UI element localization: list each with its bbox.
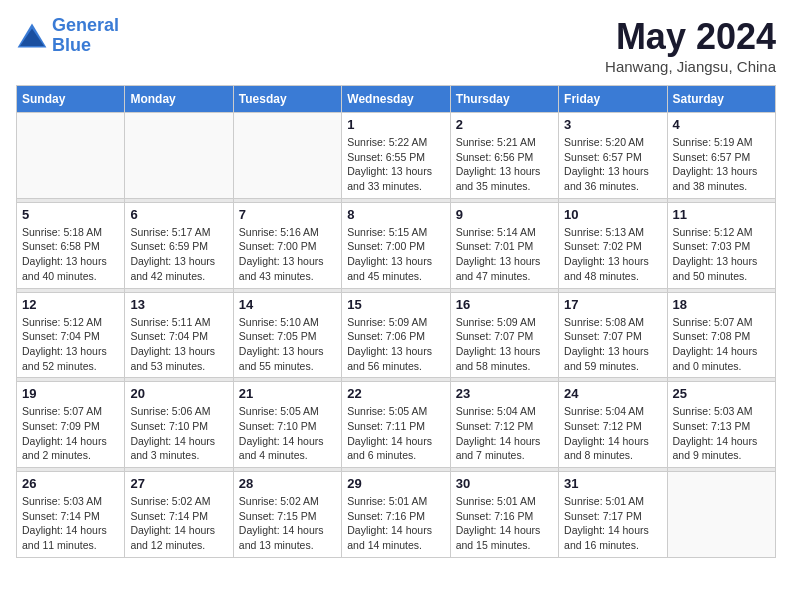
calendar-cell: 2Sunrise: 5:21 AMSunset: 6:56 PMDaylight…	[450, 113, 558, 199]
calendar-cell: 16Sunrise: 5:09 AMSunset: 7:07 PMDayligh…	[450, 292, 558, 378]
weekday-header: Tuesday	[233, 86, 341, 113]
logo-icon	[16, 22, 48, 50]
day-number: 18	[673, 297, 770, 312]
logo-text: General Blue	[52, 16, 119, 56]
calendar-cell	[667, 472, 775, 558]
day-number: 7	[239, 207, 336, 222]
calendar-cell: 19Sunrise: 5:07 AMSunset: 7:09 PMDayligh…	[17, 382, 125, 468]
day-number: 9	[456, 207, 553, 222]
weekday-header: Monday	[125, 86, 233, 113]
day-info: Sunrise: 5:14 AMSunset: 7:01 PMDaylight:…	[456, 225, 553, 284]
day-number: 29	[347, 476, 444, 491]
day-info: Sunrise: 5:17 AMSunset: 6:59 PMDaylight:…	[130, 225, 227, 284]
day-number: 15	[347, 297, 444, 312]
calendar-cell: 30Sunrise: 5:01 AMSunset: 7:16 PMDayligh…	[450, 472, 558, 558]
calendar-cell: 1Sunrise: 5:22 AMSunset: 6:55 PMDaylight…	[342, 113, 450, 199]
location-label: Hanwang, Jiangsu, China	[605, 58, 776, 75]
day-number: 13	[130, 297, 227, 312]
page-header: General Blue May 2024 Hanwang, Jiangsu, …	[16, 16, 776, 75]
day-info: Sunrise: 5:20 AMSunset: 6:57 PMDaylight:…	[564, 135, 661, 194]
calendar-cell: 22Sunrise: 5:05 AMSunset: 7:11 PMDayligh…	[342, 382, 450, 468]
day-info: Sunrise: 5:16 AMSunset: 7:00 PMDaylight:…	[239, 225, 336, 284]
calendar-table: SundayMondayTuesdayWednesdayThursdayFrid…	[16, 85, 776, 558]
weekday-header: Sunday	[17, 86, 125, 113]
calendar-cell: 11Sunrise: 5:12 AMSunset: 7:03 PMDayligh…	[667, 202, 775, 288]
calendar-week-row: 5Sunrise: 5:18 AMSunset: 6:58 PMDaylight…	[17, 202, 776, 288]
day-number: 26	[22, 476, 119, 491]
day-info: Sunrise: 5:01 AMSunset: 7:16 PMDaylight:…	[456, 494, 553, 553]
day-number: 1	[347, 117, 444, 132]
day-info: Sunrise: 5:19 AMSunset: 6:57 PMDaylight:…	[673, 135, 770, 194]
day-info: Sunrise: 5:05 AMSunset: 7:11 PMDaylight:…	[347, 404, 444, 463]
day-info: Sunrise: 5:13 AMSunset: 7:02 PMDaylight:…	[564, 225, 661, 284]
day-info: Sunrise: 5:09 AMSunset: 7:06 PMDaylight:…	[347, 315, 444, 374]
day-number: 17	[564, 297, 661, 312]
day-info: Sunrise: 5:01 AMSunset: 7:17 PMDaylight:…	[564, 494, 661, 553]
day-number: 27	[130, 476, 227, 491]
day-number: 6	[130, 207, 227, 222]
calendar-cell: 18Sunrise: 5:07 AMSunset: 7:08 PMDayligh…	[667, 292, 775, 378]
calendar-cell: 26Sunrise: 5:03 AMSunset: 7:14 PMDayligh…	[17, 472, 125, 558]
day-number: 16	[456, 297, 553, 312]
calendar-week-row: 12Sunrise: 5:12 AMSunset: 7:04 PMDayligh…	[17, 292, 776, 378]
day-number: 10	[564, 207, 661, 222]
calendar-cell: 13Sunrise: 5:11 AMSunset: 7:04 PMDayligh…	[125, 292, 233, 378]
calendar-cell: 15Sunrise: 5:09 AMSunset: 7:06 PMDayligh…	[342, 292, 450, 378]
day-number: 5	[22, 207, 119, 222]
day-info: Sunrise: 5:08 AMSunset: 7:07 PMDaylight:…	[564, 315, 661, 374]
day-number: 24	[564, 386, 661, 401]
day-info: Sunrise: 5:18 AMSunset: 6:58 PMDaylight:…	[22, 225, 119, 284]
calendar-cell: 10Sunrise: 5:13 AMSunset: 7:02 PMDayligh…	[559, 202, 667, 288]
calendar-cell: 9Sunrise: 5:14 AMSunset: 7:01 PMDaylight…	[450, 202, 558, 288]
day-info: Sunrise: 5:11 AMSunset: 7:04 PMDaylight:…	[130, 315, 227, 374]
calendar-cell: 14Sunrise: 5:10 AMSunset: 7:05 PMDayligh…	[233, 292, 341, 378]
day-number: 23	[456, 386, 553, 401]
day-info: Sunrise: 5:22 AMSunset: 6:55 PMDaylight:…	[347, 135, 444, 194]
day-info: Sunrise: 5:09 AMSunset: 7:07 PMDaylight:…	[456, 315, 553, 374]
calendar-week-row: 26Sunrise: 5:03 AMSunset: 7:14 PMDayligh…	[17, 472, 776, 558]
day-info: Sunrise: 5:12 AMSunset: 7:03 PMDaylight:…	[673, 225, 770, 284]
day-number: 4	[673, 117, 770, 132]
day-info: Sunrise: 5:02 AMSunset: 7:15 PMDaylight:…	[239, 494, 336, 553]
weekday-header: Thursday	[450, 86, 558, 113]
day-number: 11	[673, 207, 770, 222]
calendar-cell: 20Sunrise: 5:06 AMSunset: 7:10 PMDayligh…	[125, 382, 233, 468]
weekday-header: Saturday	[667, 86, 775, 113]
weekday-header-row: SundayMondayTuesdayWednesdayThursdayFrid…	[17, 86, 776, 113]
day-info: Sunrise: 5:15 AMSunset: 7:00 PMDaylight:…	[347, 225, 444, 284]
month-year-title: May 2024	[605, 16, 776, 58]
day-info: Sunrise: 5:04 AMSunset: 7:12 PMDaylight:…	[456, 404, 553, 463]
logo-general: General	[52, 15, 119, 35]
title-block: May 2024 Hanwang, Jiangsu, China	[605, 16, 776, 75]
calendar-cell: 17Sunrise: 5:08 AMSunset: 7:07 PMDayligh…	[559, 292, 667, 378]
day-info: Sunrise: 5:04 AMSunset: 7:12 PMDaylight:…	[564, 404, 661, 463]
svg-marker-1	[20, 28, 44, 46]
calendar-cell: 7Sunrise: 5:16 AMSunset: 7:00 PMDaylight…	[233, 202, 341, 288]
day-info: Sunrise: 5:10 AMSunset: 7:05 PMDaylight:…	[239, 315, 336, 374]
calendar-cell: 23Sunrise: 5:04 AMSunset: 7:12 PMDayligh…	[450, 382, 558, 468]
day-info: Sunrise: 5:06 AMSunset: 7:10 PMDaylight:…	[130, 404, 227, 463]
day-number: 25	[673, 386, 770, 401]
calendar-cell	[17, 113, 125, 199]
calendar-cell: 5Sunrise: 5:18 AMSunset: 6:58 PMDaylight…	[17, 202, 125, 288]
day-number: 8	[347, 207, 444, 222]
calendar-cell: 27Sunrise: 5:02 AMSunset: 7:14 PMDayligh…	[125, 472, 233, 558]
day-info: Sunrise: 5:12 AMSunset: 7:04 PMDaylight:…	[22, 315, 119, 374]
calendar-cell: 28Sunrise: 5:02 AMSunset: 7:15 PMDayligh…	[233, 472, 341, 558]
calendar-week-row: 1Sunrise: 5:22 AMSunset: 6:55 PMDaylight…	[17, 113, 776, 199]
day-number: 28	[239, 476, 336, 491]
calendar-cell: 6Sunrise: 5:17 AMSunset: 6:59 PMDaylight…	[125, 202, 233, 288]
calendar-cell: 29Sunrise: 5:01 AMSunset: 7:16 PMDayligh…	[342, 472, 450, 558]
day-info: Sunrise: 5:05 AMSunset: 7:10 PMDaylight:…	[239, 404, 336, 463]
day-info: Sunrise: 5:07 AMSunset: 7:08 PMDaylight:…	[673, 315, 770, 374]
day-info: Sunrise: 5:02 AMSunset: 7:14 PMDaylight:…	[130, 494, 227, 553]
calendar-cell: 31Sunrise: 5:01 AMSunset: 7:17 PMDayligh…	[559, 472, 667, 558]
weekday-header: Friday	[559, 86, 667, 113]
weekday-header: Wednesday	[342, 86, 450, 113]
day-number: 22	[347, 386, 444, 401]
calendar-week-row: 19Sunrise: 5:07 AMSunset: 7:09 PMDayligh…	[17, 382, 776, 468]
day-info: Sunrise: 5:03 AMSunset: 7:13 PMDaylight:…	[673, 404, 770, 463]
calendar-cell: 21Sunrise: 5:05 AMSunset: 7:10 PMDayligh…	[233, 382, 341, 468]
day-info: Sunrise: 5:21 AMSunset: 6:56 PMDaylight:…	[456, 135, 553, 194]
day-number: 30	[456, 476, 553, 491]
